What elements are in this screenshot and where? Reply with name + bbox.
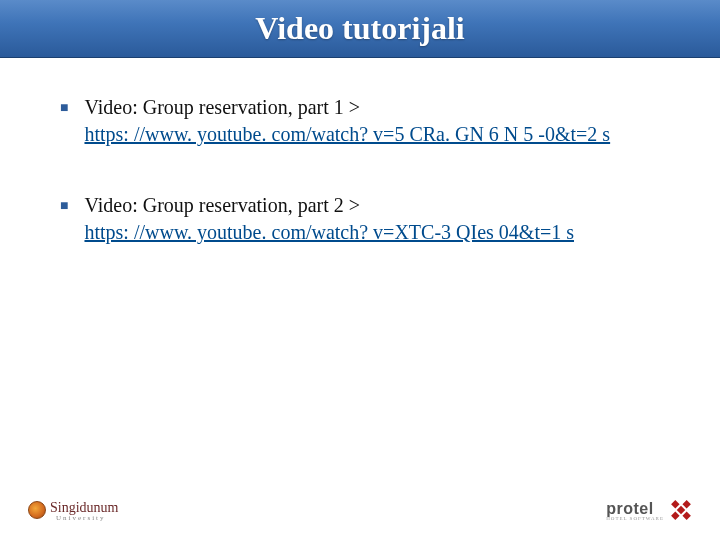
bullet-lead-text: Video: Group reservation, part 1 > bbox=[84, 96, 360, 118]
emblem-icon bbox=[28, 501, 46, 519]
bullet-body: Video: Group reservation, part 1 > https… bbox=[84, 94, 610, 148]
title-bar: Video tutorijali bbox=[0, 0, 720, 58]
bullet-item: ■ Video: Group reservation, part 2 > htt… bbox=[60, 192, 672, 246]
slide: Video tutorijali ■ Video: Group reservat… bbox=[0, 0, 720, 540]
logo-left-textblock: Singidunum University bbox=[50, 498, 118, 522]
bullet-body: Video: Group reservation, part 2 > https… bbox=[84, 192, 574, 246]
bullet-item: ■ Video: Group reservation, part 1 > htt… bbox=[60, 94, 672, 148]
logo-left-name: Singidunum bbox=[50, 500, 118, 515]
footer: Singidunum University protel HOTEL SOFTW… bbox=[0, 490, 720, 530]
logo-left-sub: University bbox=[56, 514, 118, 522]
video-link[interactable]: https: //www. youtube. com/watch? v=XTC-… bbox=[84, 221, 574, 243]
bullet-lead-text: Video: Group reservation, part 2 > bbox=[84, 194, 360, 216]
content-area: ■ Video: Group reservation, part 1 > htt… bbox=[0, 58, 720, 540]
bullet-marker-icon: ■ bbox=[60, 100, 68, 116]
bullet-marker-icon: ■ bbox=[60, 198, 68, 214]
logo-right-sub: HOTEL SOFTWARE bbox=[606, 516, 664, 521]
logo-right-textblock: protel HOTEL SOFTWARE bbox=[606, 500, 664, 521]
diamond-dots-icon bbox=[665, 494, 696, 525]
logo-right-name: protel bbox=[606, 500, 653, 517]
logo-protel: protel HOTEL SOFTWARE bbox=[606, 499, 692, 521]
video-link[interactable]: https: //www. youtube. com/watch? v=5 CR… bbox=[84, 123, 610, 145]
logo-singidunum: Singidunum University bbox=[28, 498, 118, 522]
slide-title: Video tutorijali bbox=[255, 10, 464, 47]
